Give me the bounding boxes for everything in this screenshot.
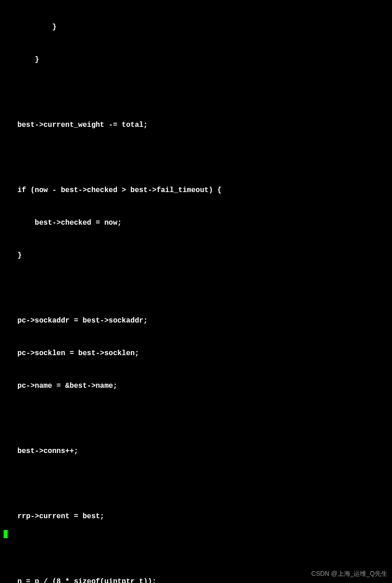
code-line: pc->sockaddr = best->sockaddr; bbox=[0, 315, 392, 326]
code-line bbox=[0, 283, 392, 294]
code-line: rrp->current = best; bbox=[0, 511, 392, 522]
watermark-text: CSDN @上海_运维_Q先生 bbox=[311, 569, 387, 578]
code-line bbox=[0, 413, 392, 424]
code-line: } bbox=[0, 54, 392, 65]
code-line: pc->socklen = best->socklen; bbox=[0, 348, 392, 359]
code-line: if (now - best->checked > best->fail_tim… bbox=[0, 185, 392, 196]
code-line bbox=[0, 152, 392, 163]
code-line: } bbox=[0, 22, 392, 33]
terminal-cursor bbox=[4, 530, 8, 538]
terminal-code-view: } } best->current_weight -= total; if (n… bbox=[0, 0, 392, 583]
code-line bbox=[0, 544, 392, 554]
code-line bbox=[0, 478, 392, 489]
code-line bbox=[0, 87, 392, 98]
code-line: best->current_weight -= total; bbox=[0, 120, 392, 130]
code-line: } bbox=[0, 250, 392, 261]
code-line: best->checked = now; bbox=[0, 217, 392, 228]
code-line: best->conns++; bbox=[0, 446, 392, 457]
code-line: pc->name = &best->name; bbox=[0, 381, 392, 391]
